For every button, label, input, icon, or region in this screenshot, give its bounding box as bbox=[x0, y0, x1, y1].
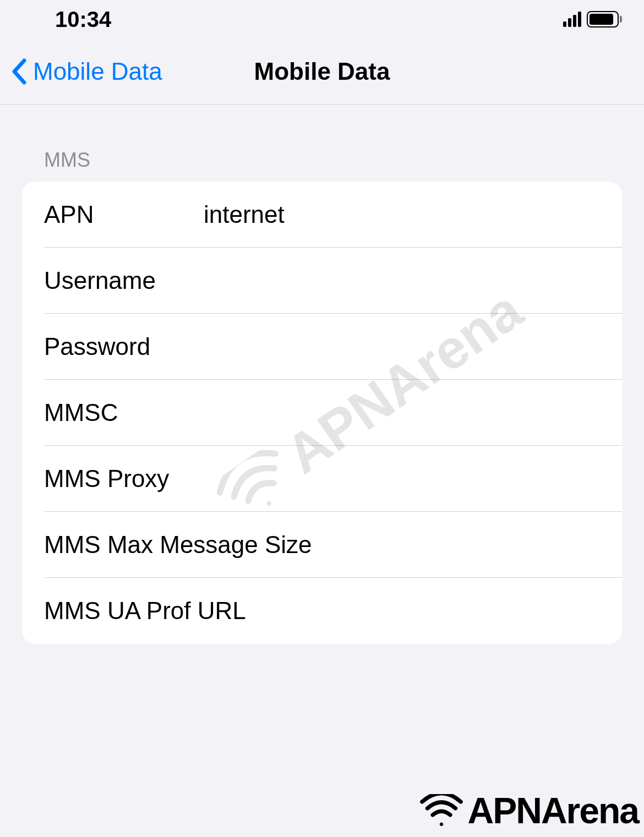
section-header-mms: MMS bbox=[22, 105, 622, 182]
watermark-bottom: APNArena bbox=[419, 790, 638, 831]
cellular-signal-icon bbox=[563, 12, 581, 27]
back-button[interactable]: Mobile Data bbox=[11, 58, 162, 85]
back-button-label: Mobile Data bbox=[33, 58, 162, 85]
apn-label: APN bbox=[44, 201, 204, 228]
mms-proxy-row[interactable]: MMS Proxy bbox=[22, 446, 622, 512]
mmsc-label: MMSC bbox=[44, 399, 204, 426]
apn-input[interactable] bbox=[204, 201, 600, 228]
chevron-left-icon bbox=[11, 58, 26, 85]
mms-ua-prof-label: MMS UA Prof URL bbox=[44, 597, 600, 625]
password-input[interactable] bbox=[204, 333, 600, 360]
apn-row[interactable]: APN bbox=[22, 182, 622, 248]
status-bar: 10:34 bbox=[0, 0, 644, 39]
mms-proxy-label: MMS Proxy bbox=[44, 465, 204, 493]
watermark-bottom-text: APNArena bbox=[468, 790, 638, 831]
username-row[interactable]: Username bbox=[22, 248, 622, 314]
mmsc-row[interactable]: MMSC bbox=[22, 380, 622, 446]
page-title: Mobile Data bbox=[254, 58, 390, 85]
username-input[interactable] bbox=[204, 267, 600, 294]
mms-max-size-label: MMS Max Message Size bbox=[44, 531, 600, 559]
mms-settings-group: APN Username Password MMSC MMS Proxy MMS… bbox=[22, 182, 622, 644]
mms-max-size-row[interactable]: MMS Max Message Size bbox=[22, 512, 622, 578]
status-indicators bbox=[563, 11, 622, 28]
battery-icon bbox=[587, 11, 622, 28]
mmsc-input[interactable] bbox=[204, 399, 600, 426]
password-row[interactable]: Password bbox=[22, 314, 622, 380]
wifi-icon bbox=[419, 794, 463, 827]
mms-ua-prof-row[interactable]: MMS UA Prof URL bbox=[22, 578, 622, 644]
status-time: 10:34 bbox=[55, 7, 111, 32]
password-label: Password bbox=[44, 333, 204, 360]
mms-proxy-input[interactable] bbox=[204, 465, 600, 493]
username-label: Username bbox=[44, 267, 204, 294]
navigation-header: Mobile Data Mobile Data bbox=[0, 39, 644, 105]
